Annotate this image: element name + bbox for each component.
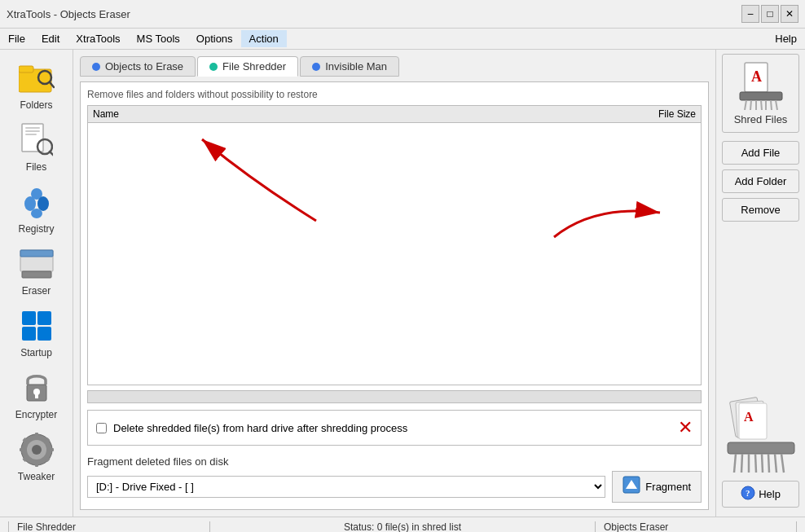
status-center: Status: 0 file(s) in shred list	[210, 521, 596, 533]
close-button[interactable]: ✕	[781, 5, 798, 23]
status-right: Objects Eraser	[596, 521, 797, 533]
shred-icon: A	[737, 61, 785, 110]
panel-description: Remove files and folders without possibi…	[87, 89, 702, 100]
files-icon	[17, 121, 56, 160]
tab-dot-shredder	[209, 63, 218, 71]
minimize-button[interactable]: –	[741, 5, 759, 23]
file-list-container: Name File Size	[87, 105, 702, 385]
sidebar-item-tweaker[interactable]: Tweaker	[0, 425, 73, 487]
shred-btn-label: Shred Files	[734, 113, 788, 125]
menu-edit[interactable]: Edit	[33, 30, 68, 47]
svg-line-61	[781, 454, 784, 473]
tweaker-icon	[17, 430, 56, 469]
tab-dot-objects	[92, 63, 100, 71]
startup-label: Startup	[20, 347, 52, 358]
status-left: File Shredder	[8, 521, 210, 533]
folders-label: Folders	[20, 99, 52, 111]
svg-line-42	[745, 100, 746, 110]
svg-point-12	[37, 196, 49, 211]
menu-action[interactable]: Action	[241, 30, 287, 47]
svg-text:A: A	[751, 68, 762, 85]
delete-checkbox[interactable]	[96, 423, 107, 433]
fragment-label: Fragment deleted files on disk	[87, 455, 702, 468]
svg-line-58	[762, 454, 763, 473]
svg-text:?: ?	[746, 488, 750, 498]
status-bar: File Shredder Status: 0 file(s) in shred…	[0, 517, 805, 532]
bottom-illustration: A	[720, 391, 802, 481]
file-shredder-panel: Remove files and folders without possibi…	[80, 81, 709, 510]
main-layout: Folders Files	[0, 50, 805, 517]
add-file-button[interactable]: Add File	[722, 141, 799, 165]
svg-rect-7	[25, 134, 37, 135]
svg-rect-16	[22, 271, 51, 278]
tab-objects-to-erase[interactable]: Objects to Erase	[80, 56, 196, 77]
help-icon: ?	[741, 486, 755, 503]
svg-point-11	[24, 196, 36, 211]
svg-line-59	[768, 454, 769, 473]
menu-help[interactable]: Help	[767, 30, 805, 47]
svg-rect-29	[20, 448, 24, 451]
column-name: Name	[93, 108, 614, 120]
svg-rect-28	[35, 462, 38, 467]
menu-xtratools[interactable]: XtraTools	[68, 30, 128, 47]
column-size: File Size	[614, 108, 696, 120]
svg-line-60	[775, 454, 776, 473]
fragment-row: [D:] - Drive Fixed - [ ] Fragment	[87, 471, 702, 503]
svg-point-26	[32, 445, 42, 455]
tab-label-invisible: Invisible Man	[325, 60, 387, 73]
folders-icon	[17, 59, 56, 98]
sidebar-item-encrypter[interactable]: Encrypter	[0, 363, 73, 425]
shred-files-button[interactable]: A Shred Files	[722, 54, 799, 133]
svg-point-13	[31, 209, 42, 218]
svg-rect-6	[25, 130, 40, 132]
sidebar-item-files[interactable]: Files	[0, 116, 73, 178]
svg-rect-1	[19, 66, 33, 73]
svg-rect-53	[728, 442, 794, 454]
sidebar-item-registry[interactable]: Registry	[0, 178, 73, 240]
help-button[interactable]: ? Help	[722, 481, 799, 508]
right-panel: A Shred Files Add File Add Folder Remove	[715, 50, 805, 517]
encrypter-label: Encrypter	[15, 409, 57, 420]
sidebar-item-eraser[interactable]: Eraser	[0, 240, 73, 301]
svg-rect-5	[25, 127, 40, 129]
maximize-button[interactable]: □	[761, 5, 779, 23]
fragment-button[interactable]: Fragment	[612, 471, 702, 503]
file-list-header: Name File Size	[88, 106, 701, 123]
tab-bar: Objects to Erase File Shredder Invisible…	[80, 56, 709, 77]
eraser-label: Eraser	[22, 285, 51, 297]
svg-line-43	[750, 100, 751, 110]
svg-line-9	[50, 152, 53, 156]
menu-mstools[interactable]: MS Tools	[129, 30, 188, 47]
svg-line-48	[776, 100, 777, 110]
menu-options[interactable]: Options	[188, 30, 241, 47]
arrow-2	[530, 172, 693, 253]
tab-file-shredder[interactable]: File Shredder	[197, 56, 298, 77]
encrypter-icon	[17, 368, 56, 407]
svg-rect-27	[35, 433, 38, 437]
startup-icon	[17, 306, 56, 345]
svg-rect-41	[740, 92, 782, 100]
svg-line-57	[755, 454, 756, 473]
delete-x-icon[interactable]: ✕	[678, 417, 693, 438]
delete-row-text: Delete shredded file(s) from hard drive …	[113, 422, 670, 434]
files-label: Files	[26, 161, 46, 173]
arrow-1	[169, 131, 349, 229]
svg-text:A: A	[744, 410, 754, 424]
add-folder-button[interactable]: Add Folder	[722, 169, 799, 193]
menu-file[interactable]: File	[0, 30, 33, 47]
window-controls[interactable]: – □ ✕	[741, 5, 798, 23]
sidebar-item-startup[interactable]: Startup	[0, 301, 73, 363]
svg-rect-19	[22, 327, 36, 341]
drive-select[interactable]: [D:] - Drive Fixed - [ ]	[87, 476, 605, 498]
window-title: XtraTools - Objects Eraser	[7, 8, 130, 20]
registry-icon	[17, 182, 56, 222]
sidebar-item-folders[interactable]: Folders	[0, 54, 73, 116]
remove-button[interactable]: Remove	[722, 198, 799, 222]
svg-rect-18	[37, 311, 51, 325]
svg-rect-23	[35, 394, 38, 398]
tab-dot-invisible	[312, 63, 320, 71]
svg-rect-20	[37, 327, 51, 341]
tweaker-label: Tweaker	[18, 471, 55, 482]
svg-line-55	[741, 454, 742, 473]
tab-invisible-man[interactable]: Invisible Man	[300, 56, 399, 77]
